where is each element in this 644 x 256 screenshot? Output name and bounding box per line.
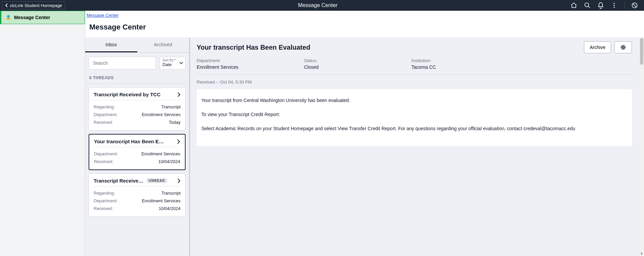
workarea: Inbox Archived Sort By:* Date 6 THREADS <box>85 38 644 256</box>
meta-institution-label: Institution: <box>411 58 499 63</box>
thread-regarding-label: Regarding: <box>94 191 115 196</box>
threads-count: 6 THREADS <box>85 73 189 84</box>
thread-department-value: Enrollment Services <box>142 198 181 203</box>
thread-regarding-value: Transcript <box>161 104 181 109</box>
back-button[interactable]: ctcLink Student Homepage <box>2 1 65 9</box>
list-panel: Inbox Archived Sort By:* Date 6 THREADS <box>85 38 189 256</box>
threads-list: Transcript Received by TCC Regarding:Tra… <box>85 84 189 220</box>
print-button[interactable] <box>614 41 632 53</box>
thread-received-value: Today <box>169 120 181 125</box>
message-paragraph: To view your Transcript Credit Report: <box>201 111 627 119</box>
thread-title: Your transcript Has Been Evalua... <box>94 139 164 144</box>
app-body: Message Center Message Center Message Ce… <box>0 11 644 256</box>
page-header-title: Message Center <box>65 2 571 8</box>
svg-point-0 <box>585 3 589 7</box>
chevron-right-icon <box>177 92 181 97</box>
chevron-down-icon <box>179 62 183 64</box>
chevron-right-icon <box>177 178 181 183</box>
list-tabs: Inbox Archived <box>85 38 189 53</box>
detail-meta: Department: Enrollment Services Status: … <box>197 53 632 75</box>
detail-panel: Your transcript Has Been Evaluated Archi… <box>189 38 639 256</box>
thread-department-value: Enrollment Services <box>141 151 180 156</box>
detail-title: Your transcript Has Been Evaluated <box>197 44 310 51</box>
thread-regarding-value: Transcript <box>161 191 181 196</box>
nav-item-label: Message Center <box>14 15 50 20</box>
breadcrumb: Message Center <box>85 11 644 18</box>
breadcrumb-link[interactable]: Message Center <box>87 13 118 18</box>
search-row: Sort By:* Date <box>85 53 189 73</box>
thread-card[interactable]: Transcript Received by TCC Regarding:Tra… <box>89 87 186 131</box>
message-body: Your transcript from Central Washington … <box>197 89 632 146</box>
unread-badge: UNREAD <box>147 178 167 183</box>
chevron-left-icon <box>5 3 8 7</box>
thread-department-label: Department: <box>94 198 118 203</box>
meta-department-value: Enrollment Services <box>197 64 284 70</box>
meta-status-label: Status: <box>304 58 391 63</box>
block-icon[interactable] <box>631 2 638 9</box>
print-icon <box>620 44 626 50</box>
message-paragraph: Select Academic Records on your Student … <box>201 125 627 133</box>
tab-inbox[interactable]: Inbox <box>85 38 137 52</box>
page-title: Message Center <box>85 18 644 38</box>
topbar-actions <box>571 2 644 9</box>
thread-title: Transcript Received by TCC <box>94 92 160 97</box>
thread-card[interactable]: Your transcript Has Been Evalua... Depar… <box>89 134 186 170</box>
home-icon[interactable] <box>571 2 577 9</box>
left-nav: Message Center <box>0 11 85 256</box>
archive-button[interactable]: Archive <box>584 41 611 53</box>
svg-point-3 <box>613 7 614 8</box>
search-icon[interactable] <box>584 2 591 9</box>
thread-received-value: 10/04/2024 <box>159 206 181 211</box>
archive-button-label: Archive <box>590 45 605 50</box>
meta-status-value: Closed <box>304 64 391 70</box>
svg-point-1 <box>613 3 614 4</box>
detail-received: Received -- Oct 04, 5:30 PM <box>197 75 632 89</box>
more-vert-icon[interactable] <box>611 2 617 9</box>
chevron-right-icon <box>177 139 180 144</box>
topbar: ctcLink Student Homepage Message Center <box>0 0 644 11</box>
thread-received-label: Received: <box>94 120 113 125</box>
required-asterisk: * <box>175 58 176 62</box>
sort-dropdown[interactable]: Sort By:* Date <box>159 57 186 69</box>
nav-item-message-center[interactable]: Message Center <box>0 11 85 24</box>
thread-card[interactable]: Transcript Received by ... UNREAD Regard… <box>89 173 186 217</box>
thread-received-label: Received: <box>94 206 113 211</box>
sort-label: Sort By: <box>162 58 175 62</box>
svg-point-5 <box>7 15 10 18</box>
scrollbar[interactable]: ▲ ▼ <box>639 38 644 256</box>
meta-institution-value: Tacoma CC <box>411 64 499 70</box>
search-input[interactable] <box>89 57 156 69</box>
tab-archived[interactable]: Archived <box>137 38 189 52</box>
scrollbar-thumb[interactable] <box>640 38 643 65</box>
thread-department-label: Department: <box>94 151 118 156</box>
thread-regarding-label: Regarding: <box>94 104 115 109</box>
thread-received-label: Received: <box>94 159 113 164</box>
message-center-icon <box>5 14 11 20</box>
main-column: Message Center Message Center Inbox Arch… <box>85 11 644 256</box>
thread-received-value: 10/04/2024 <box>158 159 180 164</box>
thread-title: Transcript Received by ... <box>94 178 144 184</box>
svg-point-2 <box>613 5 614 6</box>
meta-department-label: Department: <box>197 58 284 63</box>
topbar-separator <box>624 2 625 9</box>
detail-actions: Archive <box>584 41 632 53</box>
message-paragraph: Your transcript from Central Washington … <box>201 97 627 105</box>
back-button-label: ctcLink Student Homepage <box>10 3 62 8</box>
scroll-down-icon[interactable]: ▼ <box>639 251 644 256</box>
thread-department-value: Enrollment Services <box>142 112 181 117</box>
bell-icon[interactable] <box>597 2 604 9</box>
thread-department-label: Department: <box>94 112 118 117</box>
